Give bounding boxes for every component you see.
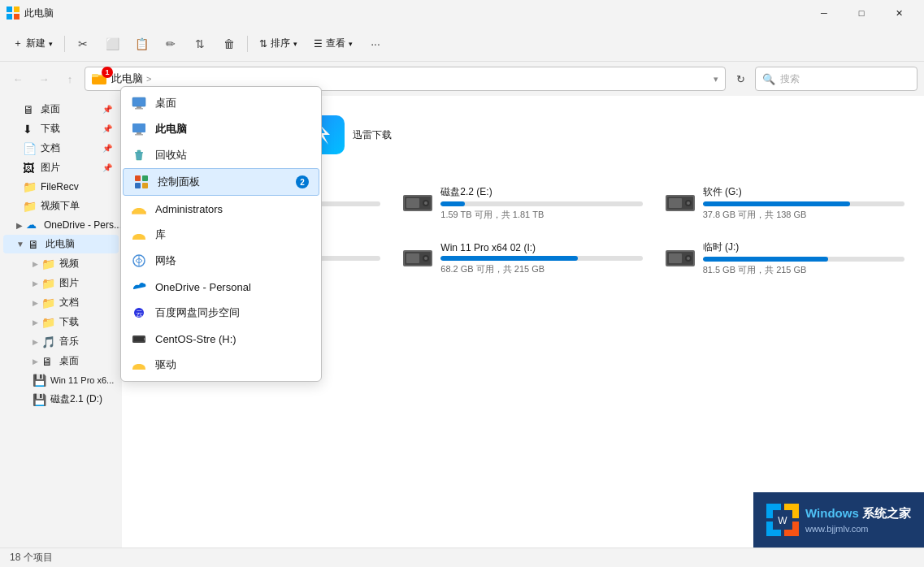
dropdown-item-baidu[interactable]: 云 百度网盘同步空间 bbox=[121, 300, 321, 326]
sidebar-item-videos[interactable]: ▶ 📁 视频 bbox=[3, 254, 119, 273]
sidebar-item-documents[interactable]: 📄 文档 📌 bbox=[3, 139, 119, 158]
watermark-logo: W bbox=[766, 504, 799, 536]
svg-text:云: 云 bbox=[136, 309, 143, 318]
sidebar-item-disk-d[interactable]: 💾 磁盘2.1 (D:) bbox=[3, 390, 119, 409]
drive-e-bar-fill bbox=[440, 201, 465, 206]
svg-rect-62 bbox=[133, 237, 145, 240]
minimize-button[interactable]: ─ bbox=[805, 0, 843, 26]
drive-e-info: 磁盘2.2 (E:) 1.59 TB 可用，共 1.81 TB bbox=[440, 185, 642, 221]
sort-button[interactable]: ⇅ 排序 ▾ bbox=[253, 32, 304, 54]
rename-button[interactable]: ✏ bbox=[158, 31, 184, 57]
svg-rect-49 bbox=[137, 106, 141, 108]
dropdown-recycle-icon bbox=[131, 147, 147, 163]
dropdown-item-controlpanel[interactable]: 控制面板 2 bbox=[123, 168, 319, 196]
drive-g[interactable]: 软件 (G:) 37.8 GB 可用，共 138 GB bbox=[659, 180, 911, 226]
forward-button[interactable]: → bbox=[33, 67, 55, 90]
svg-rect-50 bbox=[135, 108, 143, 110]
title-bar: 此电脑 ─ □ ✕ bbox=[0, 0, 924, 26]
new-chevron-icon: ▾ bbox=[49, 40, 53, 48]
music-folder-icon: 🎵 bbox=[41, 335, 54, 348]
view-button[interactable]: ☰ 查看 ▾ bbox=[307, 32, 359, 54]
sidebar-label-desktop: 桌面 bbox=[41, 102, 60, 116]
close-button[interactable]: ✕ bbox=[880, 0, 917, 26]
drive-i-bar-fill bbox=[440, 256, 578, 261]
sidebar-item-onedrive[interactable]: ▶ ☁ OneDrive - Pers... bbox=[3, 216, 119, 234]
search-icon: 🔍 bbox=[762, 73, 775, 85]
sidebar-item-thispc[interactable]: ▼ 🖥 此电脑 bbox=[3, 235, 119, 253]
dropdown-admins-icon bbox=[131, 201, 147, 217]
sort-label: 排序 bbox=[271, 37, 290, 50]
address-chevron-icon[interactable]: ▾ bbox=[714, 74, 718, 84]
dropdown-item-desktop[interactable]: 桌面 bbox=[121, 90, 321, 116]
refresh-button[interactable]: ↻ bbox=[729, 67, 752, 90]
pictures-icon: 🖼 bbox=[23, 162, 36, 175]
expand-dl-icon: ▶ bbox=[33, 318, 38, 327]
dropdown-item-admins[interactable]: Administrators bbox=[121, 196, 321, 222]
documents-icon: 📄 bbox=[23, 142, 36, 155]
sidebar: 🖥 桌面 📌 ⬇ 下载 📌 📄 文档 📌 🖼 图片 📌 📁 FileRecv 📁… bbox=[0, 96, 122, 548]
drive-j[interactable]: 临时 (J:) 81.5 GB 可用，共 215 GB bbox=[659, 236, 911, 281]
dropdown-desktop-label: 桌面 bbox=[155, 96, 176, 110]
sidebar-item-pictures[interactable]: 🖼 图片 📌 bbox=[3, 158, 119, 177]
drive-e[interactable]: 磁盘2.2 (E:) 1.59 TB 可用，共 1.81 TB bbox=[397, 180, 649, 226]
svg-rect-51 bbox=[132, 123, 145, 132]
sidebar-label-documents: 文档 bbox=[41, 141, 60, 155]
sort-chevron-icon: ▾ bbox=[293, 40, 297, 48]
dropdown-item-onedrive[interactable]: OneDrive - Personal bbox=[121, 274, 321, 300]
copy-button[interactable]: ⬜ bbox=[99, 31, 125, 57]
sidebar-item-music[interactable]: ▶ 🎵 音乐 bbox=[3, 332, 119, 351]
dropdown-item-library[interactable]: 库 bbox=[121, 222, 321, 248]
status-bar: 18 个项目 bbox=[0, 548, 924, 567]
drive-j-bar-fill bbox=[703, 257, 828, 262]
pin-icon-pictures: 📌 bbox=[102, 163, 112, 172]
xunlei-label: 迅雷下载 bbox=[353, 128, 392, 142]
dropdown-onedrive-label: OneDrive - Personal bbox=[155, 281, 251, 293]
svg-rect-5 bbox=[92, 76, 106, 84]
svg-rect-20 bbox=[669, 198, 682, 208]
dropdown-item-network[interactable]: 网络 bbox=[121, 248, 321, 274]
svg-point-22 bbox=[687, 201, 690, 205]
sidebar-item-docs[interactable]: ▶ 📁 文档 bbox=[3, 293, 119, 312]
sidebar-item-pics[interactable]: ▶ 📁 图片 bbox=[3, 274, 119, 292]
drive-i-name: Win 11 Pro x64 02 (I:) bbox=[440, 242, 642, 253]
svg-point-37 bbox=[687, 257, 690, 260]
sidebar-item-videoorder[interactable]: 📁 视频下单 bbox=[3, 197, 119, 215]
drive-g-name: 软件 (G:) bbox=[703, 185, 904, 199]
cut-button[interactable]: ✂ bbox=[70, 31, 96, 57]
new-button[interactable]: ＋ 新建 ▾ bbox=[7, 32, 59, 54]
videoorder-icon: 📁 bbox=[23, 200, 36, 213]
svg-rect-55 bbox=[137, 150, 141, 153]
sidebar-item-win11[interactable]: 💾 Win 11 Pro x6... bbox=[3, 371, 119, 389]
sidebar-item-dsk[interactable]: ▶ 🖥 桌面 bbox=[3, 352, 119, 370]
sidebar-item-desktop[interactable]: 🖥 桌面 📌 bbox=[3, 100, 119, 119]
new-label: 新建 bbox=[26, 37, 46, 50]
videos-folder-icon: 📁 bbox=[41, 258, 54, 271]
drive-g-bar-fill bbox=[703, 201, 850, 206]
title-bar-title: 此电脑 bbox=[24, 6, 805, 20]
up-button[interactable]: ↑ bbox=[59, 67, 81, 90]
search-box[interactable]: 🔍 搜索 bbox=[755, 67, 917, 91]
sidebar-item-filerecv[interactable]: 📁 FileRecv bbox=[3, 178, 119, 196]
dropdown-item-drivers[interactable]: 驱动 bbox=[121, 352, 321, 378]
dropdown-item-centos[interactable]: CentOS-Stre (H:) bbox=[121, 326, 321, 352]
delete-button[interactable]: 🗑 bbox=[216, 31, 242, 57]
back-button[interactable]: ← bbox=[7, 67, 29, 90]
dl-folder-icon: 📁 bbox=[41, 316, 54, 329]
drive-i[interactable]: Win 11 Pro x64 02 (I:) 68.2 GB 可用，共 215 … bbox=[397, 236, 649, 281]
sidebar-item-dl[interactable]: ▶ 📁 下载 bbox=[3, 313, 119, 331]
view-label: 查看 bbox=[326, 37, 345, 50]
sidebar-item-downloads[interactable]: ⬇ 下载 📌 bbox=[3, 119, 119, 138]
dropdown-thispc-icon bbox=[131, 121, 147, 137]
drive-e-name: 磁盘2.2 (E:) bbox=[440, 185, 642, 199]
more-button[interactable]: ··· bbox=[362, 31, 388, 57]
paste-button[interactable]: 📋 bbox=[128, 31, 154, 57]
dropdown-library-icon bbox=[131, 227, 147, 243]
dropdown-item-thispc[interactable]: 此电脑 bbox=[121, 116, 321, 142]
hdd-i-icon bbox=[403, 247, 432, 270]
maximize-button[interactable]: □ bbox=[843, 0, 880, 26]
expand-onedrive-icon: ▶ bbox=[16, 221, 23, 230]
dropdown-item-recycle[interactable]: 回收站 bbox=[121, 142, 321, 168]
svg-rect-53 bbox=[135, 134, 143, 136]
share-button[interactable]: ⇅ bbox=[187, 31, 213, 57]
sidebar-label-dsk: 桌面 bbox=[59, 354, 79, 368]
